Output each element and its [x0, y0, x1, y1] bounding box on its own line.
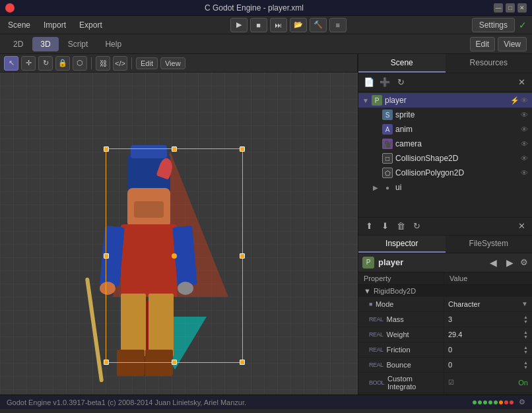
eye-icon-cpoly[interactable]: 👁	[521, 169, 528, 177]
tree-item-collisionpolygon[interactable]: ⬠ CollisionPolygon2D 👁	[358, 166, 532, 180]
link-tool[interactable]: ⛓	[96, 56, 110, 71]
view-menu[interactable]: View	[498, 37, 527, 51]
window-title: C Godot Engine - player.xml	[15, 3, 494, 13]
play-button[interactable]: ▶	[230, 18, 248, 32]
menu-import[interactable]: Import	[41, 19, 69, 31]
custint-toggle-off[interactable]: ☑	[448, 379, 454, 386]
settings-button[interactable]: Settings	[472, 18, 515, 32]
maximize-button[interactable]: □	[506, 3, 515, 13]
char-hand-left	[100, 282, 116, 295]
minimize-button[interactable]: —	[494, 3, 503, 13]
tree-item-collisionshape[interactable]: □ CollisionShape2D 👁	[358, 151, 532, 166]
prop-mode: ■ Mode Character ▼	[358, 297, 532, 312]
lock-tool[interactable]: 🔒	[55, 56, 70, 71]
status-gear-icon[interactable]: ⚙	[519, 398, 525, 406]
move-tool[interactable]: ✛	[21, 56, 36, 71]
prop-bounce: REAL Bounce 0 ▲ ▼	[358, 358, 532, 373]
weight-spinbox[interactable]: ▲ ▼	[523, 330, 528, 339]
type-friction: REAL	[369, 346, 383, 353]
tab-scene[interactable]: Scene	[358, 54, 446, 73]
delete-btn[interactable]: 🗑	[394, 220, 407, 233]
nav-next-button[interactable]: ▶	[504, 256, 516, 269]
char-head	[127, 188, 170, 228]
bounce-spinbox[interactable]: ▲ ▼	[523, 360, 528, 369]
new-scene-btn[interactable]: 📄	[362, 76, 376, 89]
mass-spinbox[interactable]: ▲ ▼	[523, 315, 528, 324]
refresh-btn[interactable]: ↻	[394, 76, 407, 89]
tree-item-anim[interactable]: A anim 👁	[358, 122, 532, 137]
inspector-player-title: player	[378, 257, 483, 267]
canvas-area[interactable]	[0, 73, 358, 395]
tab-script[interactable]: Script	[60, 37, 96, 51]
tree-label-sprite: sprite	[395, 110, 518, 119]
move-down-btn[interactable]: ⬇	[378, 220, 391, 233]
eye-icon-camera[interactable]: 👁	[521, 140, 528, 148]
code-tool[interactable]: </>	[113, 56, 127, 71]
tree-item-player[interactable]: ▼ P player ⚡ 👁	[358, 93, 532, 108]
mode-tabs: 2D 3D Script Help Edit View	[0, 34, 532, 54]
step-button[interactable]: ⏭	[270, 18, 287, 32]
tree-item-sprite[interactable]: S sprite 👁	[358, 108, 532, 122]
friction-up[interactable]: ▲	[523, 345, 528, 350]
bounce-up[interactable]: ▲	[523, 360, 528, 365]
dot-red2	[510, 400, 514, 404]
status-text: Godot Engine v1.0.3917-beta1 (c) 2008-20…	[7, 398, 246, 406]
char-leg-left	[121, 294, 146, 356]
eye-icon-sprite[interactable]: 👁	[521, 111, 528, 119]
eye-icon-anim[interactable]: 👁	[521, 125, 528, 133]
tree-item-camera[interactable]: 🎥 camera 👁	[358, 137, 532, 151]
value-bounce: 0	[448, 361, 452, 369]
rigidbody2d-section[interactable]: ▼ RigidBody2D	[358, 285, 532, 297]
edit-button[interactable]: Edit	[136, 57, 158, 69]
friction-down[interactable]: ▼	[523, 350, 528, 354]
label-custint: Custom Integrato	[387, 375, 440, 391]
build-button[interactable]: 🔨	[310, 18, 327, 32]
value-mass: 3	[448, 315, 452, 323]
mass-up[interactable]: ▲	[523, 315, 528, 319]
bounce-down[interactable]: ▼	[523, 365, 528, 369]
rotate-tool[interactable]: ↻	[38, 56, 53, 71]
add-node-btn[interactable]: ➕	[378, 76, 391, 89]
main-layout: ↖ ✛ ↻ 🔒 ⬡ ⛓ </> Edit View	[0, 54, 532, 395]
menu-button[interactable]: ≡	[329, 18, 347, 32]
eye-icon-player[interactable]: 👁	[521, 96, 528, 105]
unlink-tool[interactable]: ⬡	[73, 56, 87, 71]
eye-icon-cshape[interactable]: 👁	[521, 154, 528, 162]
app-icon	[5, 3, 15, 13]
char-body	[121, 224, 177, 297]
dropdown-arrow[interactable]: ▼	[521, 300, 528, 307]
gear-icon[interactable]: ⚙	[520, 257, 528, 267]
stop-button[interactable]: ■	[250, 18, 267, 32]
prop-mass: REAL Mass 3 ▲ ▼	[358, 312, 532, 327]
script-icon: ⚡	[510, 96, 519, 105]
nav-prev-button[interactable]: ◀	[487, 256, 500, 269]
close-btn[interactable]: ✕	[515, 76, 528, 89]
tab-resources[interactable]: Resources	[446, 54, 533, 73]
canvas-toolbar: ↖ ✛ ↻ 🔒 ⬡ ⛓ </> Edit View	[0, 54, 358, 73]
open-button[interactable]: 📂	[290, 18, 307, 32]
menu-scene[interactable]: Scene	[5, 19, 33, 31]
tab-inspector[interactable]: Inspector	[358, 236, 446, 253]
close-scene-btn[interactable]: ✕	[515, 220, 528, 233]
label-weight: Weight	[387, 331, 409, 338]
close-button[interactable]: ✕	[517, 3, 527, 13]
tab-help[interactable]: Help	[97, 37, 129, 51]
menu-export[interactable]: Export	[77, 19, 105, 31]
edit-menu[interactable]: Edit	[470, 37, 496, 51]
select-tool[interactable]: ↖	[4, 56, 18, 71]
tab-3d[interactable]: 3D	[32, 37, 58, 51]
mass-down[interactable]: ▼	[523, 319, 528, 324]
view-button[interactable]: View	[160, 57, 185, 69]
dot-orange	[499, 400, 503, 404]
tree-item-ui[interactable]: ▶ ● ui	[358, 180, 532, 195]
tree-label-player: player	[385, 96, 508, 105]
friction-spinbox[interactable]: ▲ ▼	[523, 345, 528, 354]
tab-2d[interactable]: 2D	[5, 37, 31, 51]
tab-filesystem[interactable]: FileSystem	[446, 236, 533, 253]
prop-weight: REAL Weight 29.4 ▲ ▼	[358, 327, 532, 342]
weight-up[interactable]: ▲	[523, 330, 528, 334]
move-up-btn[interactable]: ⬆	[362, 220, 376, 233]
weight-down[interactable]: ▼	[523, 334, 528, 339]
dot-red	[504, 400, 508, 404]
duplicate-btn[interactable]: ↻	[410, 220, 423, 233]
